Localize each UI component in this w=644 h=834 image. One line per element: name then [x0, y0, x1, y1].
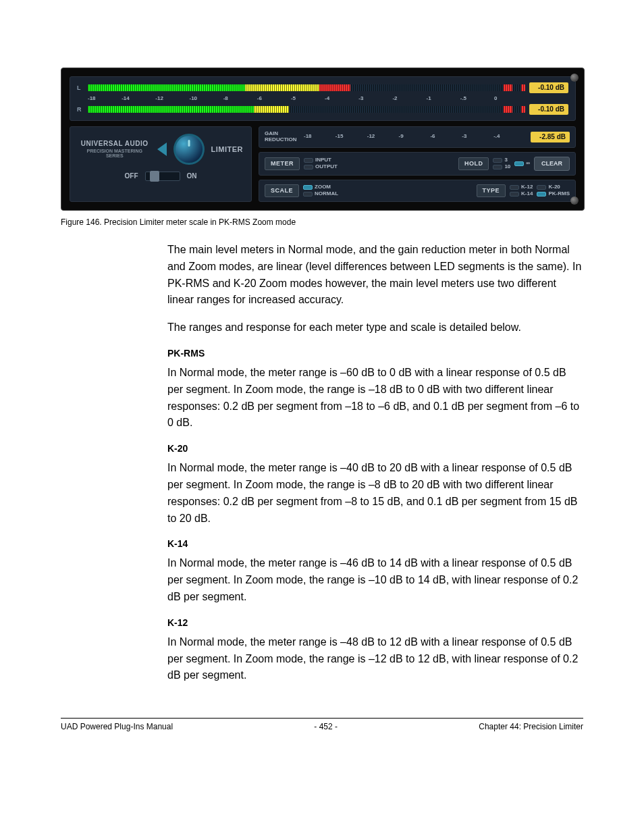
meter-l-label: L [77, 85, 84, 91]
led-icon [493, 158, 502, 163]
led-icon [514, 161, 524, 166]
led-icon [303, 192, 313, 197]
paragraph: In Normal mode, the meter range is –40 d… [167, 460, 583, 527]
paragraph: In Normal mode, the meter range is –48 d… [167, 634, 583, 684]
off-label: OFF [125, 173, 138, 180]
figure-caption: Figure 146. Precision Limiter meter scal… [61, 217, 583, 227]
limiter-label: LIMITER [211, 146, 244, 153]
body-text: The main level meters in Normal mode, an… [167, 242, 583, 684]
gr-ticks: -18 -15 -12 -9 -6 -3 -.4 [304, 134, 525, 139]
gr-readout: -2.85 dB [531, 132, 570, 142]
hold-button[interactable]: HOLD [458, 157, 489, 170]
led-icon [303, 185, 313, 190]
footer-center: - 452 - [314, 723, 338, 731]
meter-l-readout: -0.10 dB [529, 82, 568, 93]
controls-row-2: SCALE ZOOM NORMAL TYPE K-12 K-14 K-20 PK… [259, 180, 576, 202]
paragraph: In Normal mode, the meter range is –46 d… [167, 555, 583, 605]
power-slider[interactable] [145, 172, 180, 181]
gain-reduction-panel: GAIN REDUCTION -18 -15 -12 -9 -6 -3 -.4 [259, 126, 576, 148]
meter-r-readout: -0.10 dB [529, 104, 568, 115]
screw-icon [570, 74, 579, 82]
screw-icon [570, 197, 579, 205]
meter-ticks: -18 -14 -12 -10 -8 -6 -5 -4 -3 -2 -1 -.5… [77, 96, 568, 101]
led-icon [510, 192, 519, 197]
type-button[interactable]: TYPE [477, 184, 506, 197]
led-icon [304, 158, 313, 163]
meter-button[interactable]: METER [265, 157, 300, 170]
led-icon [493, 165, 502, 170]
brand-subtitle: PRECISION MASTERING SERIES [78, 149, 151, 158]
meter-l-bar [88, 84, 525, 91]
limiter-knob[interactable] [173, 134, 204, 165]
footer-left: UAD Powered Plug-Ins Manual [61, 723, 173, 731]
brand-title: UNIVERSAL AUDIO [81, 140, 149, 147]
heading-pkrms: PK-RMS [167, 348, 583, 358]
heading-k12: K-12 [167, 618, 583, 627]
meter-r-bar [88, 106, 525, 113]
main-meters-panel: L -0.10 dB -18 -14 -12 -10 -8 -6 -5 -4 -… [70, 76, 576, 121]
paragraph: The ranges and response for each meter t… [167, 319, 583, 336]
heading-k14: K-14 [167, 539, 583, 548]
paragraph: The main level meters in Normal mode, an… [167, 242, 583, 309]
led-icon [510, 185, 519, 190]
on-label: ON [187, 173, 197, 180]
brand-panel: UNIVERSAL AUDIO PRECISION MASTERING SERI… [70, 126, 252, 202]
precision-limiter-ui: L -0.10 dB -18 -14 -12 -10 -8 -6 -5 -4 -… [61, 68, 585, 211]
footer-right: Chapter 44: Precision Limiter [479, 723, 583, 731]
led-icon [537, 185, 546, 190]
led-icon [537, 192, 546, 197]
scale-button[interactable]: SCALE [265, 184, 299, 197]
paragraph: In Normal mode, the meter range is –60 d… [167, 365, 583, 432]
gr-label: GAIN REDUCTION [265, 131, 298, 143]
clear-button[interactable]: CLEAR [534, 157, 570, 171]
chevron-icon [157, 142, 167, 156]
led-icon [304, 165, 313, 170]
heading-k20: K-20 [167, 444, 583, 453]
page-footer: UAD Powered Plug-Ins Manual - 452 - Chap… [61, 718, 583, 731]
controls-row-1: METER INPUT OUTPUT HOLD 3 10 ∞ CLEAR [259, 152, 576, 176]
meter-r-label: R [77, 107, 84, 113]
